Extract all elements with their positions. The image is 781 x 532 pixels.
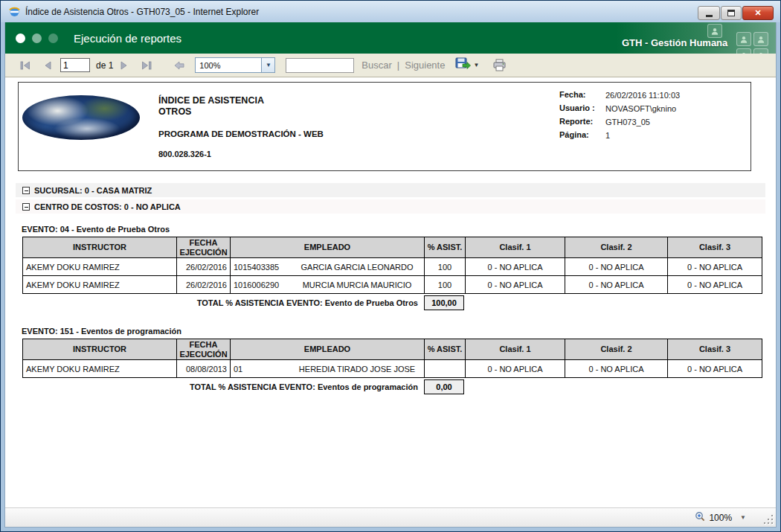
cell-clasif1: 0 - NO APLICA <box>466 276 565 294</box>
page-number-input[interactable] <box>60 58 90 72</box>
cell-fecha: 08/08/2013 <box>177 360 231 378</box>
brand-banner: GTH - Gestión Humana <box>616 22 776 54</box>
table-header-row: INSTRUCTOR FECHA EJECUCIÓN EMPLEADO % AS… <box>23 237 762 258</box>
collapse-toggle-icon[interactable] <box>22 187 30 194</box>
first-page-button[interactable] <box>17 57 33 74</box>
pagina-value: 1 <box>605 130 745 140</box>
cell-fecha: 26/02/2016 <box>177 276 231 294</box>
event-table-2: INSTRUCTOR FECHA EJECUCIÓN EMPLEADO % AS… <box>22 339 762 378</box>
total-label: TOTAL % ASISTENCIA EVENTO: Evento de Pru… <box>22 298 424 307</box>
group-label: CENTRO DE COSTOS: 0 - NO APLICA <box>34 202 181 211</box>
person-icon <box>753 32 768 46</box>
total-value: 0,00 <box>424 379 464 394</box>
export-icon <box>455 57 471 73</box>
zoom-control[interactable]: 100% ▼ <box>695 508 746 527</box>
company-id: 800.028.326-1 <box>158 150 211 158</box>
app-header: Ejecución de reportes GTH - Gestión Huma… <box>5 22 776 54</box>
col-header-instructor: INSTRUCTOR <box>23 339 177 360</box>
table-row: AKEMY DOKU RAMIREZ 08/08/2013 01 HEREDIA… <box>23 360 762 378</box>
find-separator: | <box>397 60 399 71</box>
dot-icon <box>32 33 42 43</box>
event-table-1: INSTRUCTOR FECHA EJECUCIÓN EMPLEADO % AS… <box>22 237 762 294</box>
close-button[interactable]: ✕ <box>742 6 774 20</box>
group-row-sucursal: SUCURSAL: 0 - CASA MATRIZ <box>16 183 765 197</box>
search-input[interactable] <box>286 58 354 73</box>
col-header-fecha: FECHA EJECUCIÓN <box>177 237 231 258</box>
magnifier-plus-icon <box>695 511 705 525</box>
cell-instructor: AKEMY DOKU RAMIREZ <box>23 258 177 276</box>
zoom-select[interactable]: 100% ▼ <box>195 57 275 73</box>
zoom-select-value: 100% <box>196 61 261 70</box>
fecha-label: Fecha: <box>559 90 605 100</box>
col-header-clasif2: Clasif. 2 <box>565 237 668 258</box>
printer-icon <box>492 59 507 71</box>
col-header-clasif3: Clasif. 3 <box>668 339 762 360</box>
find-next-link[interactable]: Siguiente <box>405 60 445 71</box>
browser-window: Índice de Asistencia Otros - GTH073_05 -… <box>0 0 781 532</box>
cell-instructor: AKEMY DOKU RAMIREZ <box>23 276 177 294</box>
collapse-toggle-icon[interactable] <box>22 203 30 211</box>
minimize-icon <box>706 15 713 17</box>
table-row: AKEMY DOKU RAMIREZ 26/02/2016 1016006290… <box>23 276 762 294</box>
table-row: AKEMY DOKU RAMIREZ 26/02/2016 1015403385… <box>23 258 762 276</box>
cell-clasif2: 0 - NO APLICA <box>565 276 668 294</box>
person-icon <box>753 48 768 54</box>
event-total-row: TOTAL % ASISTENCIA EVENTO: Evento de Pru… <box>22 295 464 310</box>
event-label: EVENTO: 04 - Evento de Prueba Otros <box>22 225 776 234</box>
next-page-button[interactable] <box>116 57 132 74</box>
internet-explorer-icon <box>8 5 21 18</box>
reporte-label: Reporte: <box>559 117 605 126</box>
person-icon <box>736 32 751 46</box>
cell-clasif1: 0 - NO APLICA <box>466 360 565 378</box>
person-icon <box>707 24 722 38</box>
cell-asistencia: 100 <box>425 276 466 294</box>
reporte-value: GTH073_05 <box>605 117 745 126</box>
event-total-row: TOTAL % ASISTENCIA EVENTO: Eventos de pr… <box>22 379 464 394</box>
program-name: PROGRAMA DE DEMOSTRACIÓN - WEB <box>158 129 324 138</box>
chevron-down-icon[interactable]: ▼ <box>740 514 746 521</box>
report-header-box: ÍNDICE DE ASISTENCIA OTROS PROGRAMA DE D… <box>18 82 751 171</box>
status-bar: 100% ▼ <box>5 507 776 527</box>
col-header-asist: % ASIST. <box>425 237 466 258</box>
earth-logo <box>22 95 140 140</box>
maximize-button[interactable] <box>721 6 742 20</box>
cell-clasif2: 0 - NO APLICA <box>565 360 668 378</box>
pagina-label: Página: <box>559 130 605 140</box>
back-to-parent-button[interactable] <box>171 57 187 74</box>
cell-fecha: 26/02/2016 <box>177 258 231 276</box>
employee-id: 1016006290 <box>234 281 293 289</box>
person-icon <box>736 48 751 54</box>
event-label: EVENTO: 151 - Eventos de programación <box>22 327 776 336</box>
fecha-value: 26/02/2016 11:10:03 <box>605 90 745 100</box>
employee-id: 1015403385 <box>234 263 293 272</box>
report-title-line2: OTROS <box>158 106 264 118</box>
last-page-button[interactable] <box>138 57 155 74</box>
col-header-clasif2: Clasif. 2 <box>565 339 668 360</box>
export-button[interactable]: ▼ <box>455 57 479 73</box>
employee-name: HEREDIA TIRADO JOSE JOSE <box>293 365 421 374</box>
col-header-clasif1: Clasif. 1 <box>466 237 565 258</box>
chevron-down-icon: ▼ <box>473 62 479 68</box>
print-button[interactable] <box>491 57 507 74</box>
col-header-fecha: FECHA EJECUCIÓN <box>177 339 231 360</box>
group-label: SUCURSAL: 0 - CASA MATRIZ <box>34 186 152 195</box>
minimize-button[interactable] <box>698 6 720 20</box>
report-toolbar: de 1 100% ▼ Buscar | Siguiente <box>5 54 776 77</box>
cell-clasif1: 0 - NO APLICA <box>466 258 565 276</box>
dot-icon <box>48 33 58 43</box>
usuario-value: NOVASOFT\gknino <box>605 103 745 113</box>
cell-empleado: 1015403385 GARCIA GARCIA LEONARDO <box>231 258 425 276</box>
brand-title: GTH - Gestión Humana <box>622 37 727 48</box>
chevron-down-icon[interactable]: ▼ <box>261 58 274 72</box>
employee-name: GARCIA GARCIA LEONARDO <box>293 263 421 272</box>
find-link[interactable]: Buscar <box>361 60 391 71</box>
title-bar[interactable]: Índice de Asistencia Otros - GTH073_05 -… <box>1 1 780 22</box>
resize-grip[interactable] <box>764 515 773 524</box>
previous-page-button[interactable] <box>39 57 56 74</box>
close-icon: ✕ <box>754 8 761 18</box>
col-header-clasif1: Clasif. 1 <box>466 339 565 360</box>
group-row-centro-costos: CENTRO DE COSTOS: 0 - NO APLICA <box>16 199 765 214</box>
col-header-empleado: EMPLEADO <box>231 339 425 360</box>
cell-clasif3: 0 - NO APLICA <box>668 276 762 294</box>
cell-clasif2: 0 - NO APLICA <box>565 258 668 276</box>
